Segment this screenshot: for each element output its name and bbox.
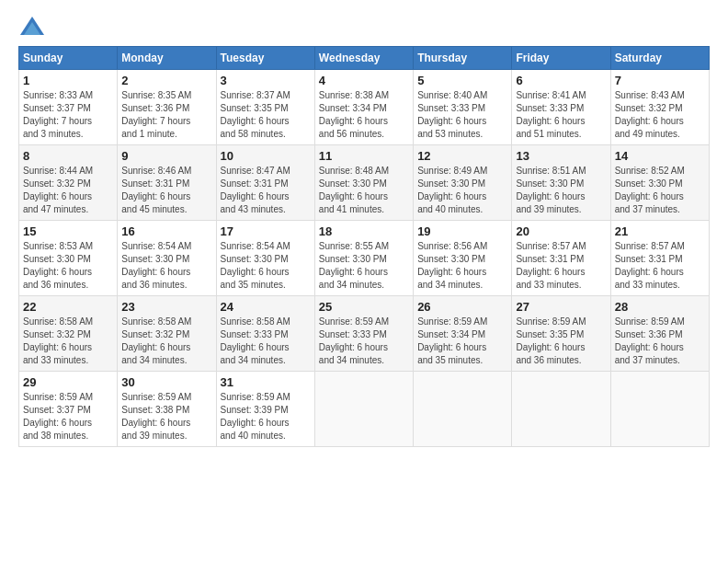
day-info: Sunrise: 8:44 AM Sunset: 3:32 PM Dayligh… [23,165,113,216]
day-number: 11 [319,149,409,163]
day-number: 30 [121,375,211,389]
column-header-friday: Friday [512,47,610,70]
day-info: Sunrise: 8:41 AM Sunset: 3:33 PM Dayligh… [516,89,606,141]
day-number: 17 [221,224,311,238]
day-info: Sunrise: 8:33 AM Sunset: 3:37 PM Dayligh… [23,89,113,141]
calendar-cell: 7Sunrise: 8:43 AM Sunset: 3:32 PM Daylig… [610,70,709,145]
day-info: Sunrise: 8:49 AM Sunset: 3:30 PM Dayligh… [417,165,507,216]
calendar-cell: 29Sunrise: 8:59 AM Sunset: 3:37 PM Dayli… [19,372,118,447]
calendar-cell [414,372,512,447]
day-info: Sunrise: 8:54 AM Sunset: 3:30 PM Dayligh… [221,240,311,292]
day-info: Sunrise: 8:47 AM Sunset: 3:31 PM Dayligh… [221,165,311,216]
day-number: 31 [221,375,311,389]
calendar-cell: 3Sunrise: 8:37 AM Sunset: 3:35 PM Daylig… [216,70,314,145]
day-info: Sunrise: 8:58 AM Sunset: 3:32 PM Dayligh… [23,316,113,367]
day-number: 28 [615,300,705,314]
day-number: 29 [23,375,113,389]
day-info: Sunrise: 8:52 AM Sunset: 3:30 PM Dayligh… [615,165,705,216]
day-number: 19 [417,224,507,238]
logo [18,15,51,42]
day-info: Sunrise: 8:53 AM Sunset: 3:30 PM Dayligh… [23,240,113,292]
day-number: 5 [417,74,507,87]
day-info: Sunrise: 8:40 AM Sunset: 3:33 PM Dayligh… [417,89,507,141]
day-number: 3 [221,74,311,87]
day-info: Sunrise: 8:54 AM Sunset: 3:30 PM Dayligh… [121,240,211,292]
calendar-cell: 17Sunrise: 8:54 AM Sunset: 3:30 PM Dayli… [216,221,314,296]
day-info: Sunrise: 8:35 AM Sunset: 3:36 PM Dayligh… [121,89,211,141]
column-header-tuesday: Tuesday [216,47,314,70]
day-number: 14 [615,149,705,163]
day-info: Sunrise: 8:38 AM Sunset: 3:34 PM Dayligh… [319,89,409,141]
day-number: 16 [121,224,211,238]
day-number: 26 [417,300,507,314]
day-number: 2 [121,74,211,87]
column-header-saturday: Saturday [610,47,709,70]
calendar-cell: 26Sunrise: 8:59 AM Sunset: 3:34 PM Dayli… [414,296,512,372]
day-number: 7 [615,74,705,87]
calendar-cell: 23Sunrise: 8:58 AM Sunset: 3:32 PM Dayli… [118,296,216,372]
day-info: Sunrise: 8:58 AM Sunset: 3:32 PM Dayligh… [121,316,211,367]
calendar-cell: 30Sunrise: 8:59 AM Sunset: 3:38 PM Dayli… [118,372,216,447]
week-row-3: 15Sunrise: 8:53 AM Sunset: 3:30 PM Dayli… [19,221,710,296]
day-number: 18 [319,224,409,238]
calendar-cell: 4Sunrise: 8:38 AM Sunset: 3:34 PM Daylig… [314,70,413,145]
day-info: Sunrise: 8:48 AM Sunset: 3:30 PM Dayligh… [319,165,409,216]
day-info: Sunrise: 8:43 AM Sunset: 3:32 PM Dayligh… [615,89,705,141]
day-number: 12 [417,149,507,163]
calendar-cell: 1Sunrise: 8:33 AM Sunset: 3:37 PM Daylig… [19,70,118,145]
calendar-header: SundayMondayTuesdayWednesdayThursdayFrid… [19,47,710,70]
day-number: 24 [221,300,311,314]
day-number: 8 [23,149,113,163]
calendar-cell: 2Sunrise: 8:35 AM Sunset: 3:36 PM Daylig… [118,70,216,145]
calendar-cell [512,372,610,447]
week-row-2: 8Sunrise: 8:44 AM Sunset: 3:32 PM Daylig… [19,145,710,221]
day-info: Sunrise: 8:59 AM Sunset: 3:37 PM Dayligh… [23,391,113,442]
day-number: 23 [121,300,211,314]
calendar-cell [610,372,709,447]
calendar-cell: 16Sunrise: 8:54 AM Sunset: 3:30 PM Dayli… [118,221,216,296]
column-header-wednesday: Wednesday [314,47,413,70]
calendar-cell: 27Sunrise: 8:59 AM Sunset: 3:35 PM Dayli… [512,296,610,372]
header [18,15,710,42]
day-info: Sunrise: 8:57 AM Sunset: 3:31 PM Dayligh… [615,240,705,292]
calendar-cell: 25Sunrise: 8:59 AM Sunset: 3:33 PM Dayli… [314,296,413,372]
calendar-cell: 11Sunrise: 8:48 AM Sunset: 3:30 PM Dayli… [314,145,413,221]
day-number: 4 [319,74,409,87]
logo-icon [18,15,46,42]
column-header-monday: Monday [118,47,216,70]
day-number: 22 [23,300,113,314]
day-info: Sunrise: 8:59 AM Sunset: 3:38 PM Dayligh… [121,391,211,442]
calendar-cell: 21Sunrise: 8:57 AM Sunset: 3:31 PM Dayli… [610,221,709,296]
day-info: Sunrise: 8:56 AM Sunset: 3:30 PM Dayligh… [417,240,507,292]
day-info: Sunrise: 8:59 AM Sunset: 3:39 PM Dayligh… [221,391,311,442]
calendar-cell: 10Sunrise: 8:47 AM Sunset: 3:31 PM Dayli… [216,145,314,221]
day-info: Sunrise: 8:57 AM Sunset: 3:31 PM Dayligh… [516,240,606,292]
calendar-cell [314,372,413,447]
day-info: Sunrise: 8:59 AM Sunset: 3:33 PM Dayligh… [319,316,409,367]
calendar-cell: 13Sunrise: 8:51 AM Sunset: 3:30 PM Dayli… [512,145,610,221]
calendar-cell: 8Sunrise: 8:44 AM Sunset: 3:32 PM Daylig… [19,145,118,221]
calendar-cell: 22Sunrise: 8:58 AM Sunset: 3:32 PM Dayli… [19,296,118,372]
calendar-cell: 12Sunrise: 8:49 AM Sunset: 3:30 PM Dayli… [414,145,512,221]
calendar-cell: 6Sunrise: 8:41 AM Sunset: 3:33 PM Daylig… [512,70,610,145]
page-container: SundayMondayTuesdayWednesdayThursdayFrid… [0,0,728,456]
calendar-cell: 31Sunrise: 8:59 AM Sunset: 3:39 PM Dayli… [216,372,314,447]
day-number: 9 [121,149,211,163]
day-number: 10 [221,149,311,163]
calendar-cell: 5Sunrise: 8:40 AM Sunset: 3:33 PM Daylig… [414,70,512,145]
week-row-4: 22Sunrise: 8:58 AM Sunset: 3:32 PM Dayli… [19,296,710,372]
day-number: 21 [615,224,705,238]
calendar-cell: 19Sunrise: 8:56 AM Sunset: 3:30 PM Dayli… [414,221,512,296]
week-row-5: 29Sunrise: 8:59 AM Sunset: 3:37 PM Dayli… [19,372,710,447]
day-info: Sunrise: 8:59 AM Sunset: 3:36 PM Dayligh… [615,316,705,367]
week-row-1: 1Sunrise: 8:33 AM Sunset: 3:37 PM Daylig… [19,70,710,145]
calendar-table: SundayMondayTuesdayWednesdayThursdayFrid… [18,46,710,447]
header-row: SundayMondayTuesdayWednesdayThursdayFrid… [19,47,710,70]
day-number: 13 [516,149,606,163]
day-number: 25 [319,300,409,314]
day-number: 15 [23,224,113,238]
calendar-body: 1Sunrise: 8:33 AM Sunset: 3:37 PM Daylig… [19,70,710,447]
day-info: Sunrise: 8:46 AM Sunset: 3:31 PM Dayligh… [121,165,211,216]
day-number: 1 [23,74,113,87]
day-number: 27 [516,300,606,314]
